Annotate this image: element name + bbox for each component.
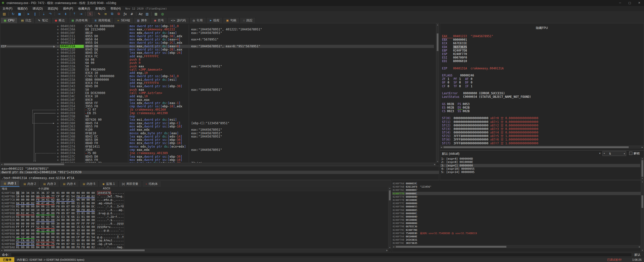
column-separator[interactable]	[128, 24, 128, 163]
stack-vertical-scrollbar[interactable]: ▲▼	[641, 180, 644, 252]
register-row[interactable]: ST(3)00000000000000000000 x87r3 空 0.0000…	[442, 127, 640, 131]
disasm-vertical-scrollbar[interactable]: ▲▼	[436, 23, 439, 163]
dump-row[interactable]: 0240F8882C FA 40 02C0 66 AE 754A 84 8D 1…	[0, 239, 388, 242]
breakpoint-dot[interactable]: ●	[56, 41, 60, 45]
breakpoint-dot[interactable]: ●	[56, 125, 60, 128]
breakpoint-dot[interactable]: ●	[56, 152, 60, 155]
disasm-row[interactable]: ●004013118955 D0mov dword ptr ss:[ebp-30…	[0, 35, 434, 38]
register-row[interactable]: CS0023SS002B	[442, 109, 640, 113]
breakpoint-dot[interactable]: ●	[56, 138, 60, 142]
tab-句柄[interactable]: ▣句柄	[223, 17, 239, 23]
breakpoint-dot[interactable]: ●	[56, 28, 60, 31]
register-row[interactable]: ECX667EECEE	[442, 41, 640, 45]
column-separator[interactable]	[84, 24, 85, 163]
column-separator[interactable]	[189, 24, 189, 163]
run-to-user-code-icon[interactable]: ⇥	[78, 11, 84, 16]
disasm-row[interactable]: ●00401347E8 DC020000call <JMP.&strlen>	[0, 92, 434, 95]
dump-row[interactable]: 0240F85800 00 00 0040 12 40 0000 00 00 0…	[0, 229, 388, 232]
register-row[interactable]: LastStatusC0000034 (STATUS_OBJECT_NAME_N…	[442, 95, 640, 99]
close-button[interactable]: ✕	[634, 0, 644, 6]
pause-icon[interactable]: ∥	[32, 11, 38, 16]
breakpoint-dot[interactable]: ●	[56, 158, 60, 162]
breakpoint-dot[interactable]: ●	[56, 92, 60, 95]
disasm-row[interactable]: ●0040136601D0add eax,edxeax:"10445678951…	[0, 128, 434, 132]
disasm-row[interactable]: ●00401359▾EB 35jmp crakmeeasy.401390	[0, 112, 434, 115]
stack-row[interactable]: 0240F76C00000007	[392, 188, 641, 192]
disasm-row[interactable]: ●0040132A50push eaxeax:"10445678951"	[0, 65, 434, 68]
tab-调用堆栈[interactable]: ≣调用堆栈	[91, 17, 113, 23]
register-row[interactable]	[442, 99, 640, 102]
breakpoint-dot[interactable]: ●	[56, 88, 60, 92]
info-line[interactable]: dword ptr ds:[eax+8]=[0040122A "951"]=31…	[0, 171, 439, 174]
stack-row[interactable]: 0240F79400000000	[392, 222, 641, 225]
tab-笔记[interactable]: ✎笔记	[35, 17, 51, 23]
stack-row[interactable]: 0240F76400000191	[392, 182, 641, 185]
step-into-icon[interactable]: ⇣	[41, 11, 47, 16]
dump-row[interactable]: 0240F7D804 F8 40 02AB 47 AE 75F0 09 07 0…	[0, 202, 388, 205]
info-line[interactable]: eax=00401222 "10445678951"	[0, 167, 439, 171]
disasm-row[interactable]: ●0040132383C4 FCadd esp,FFFFFFFC	[0, 55, 434, 58]
stack-row[interactable]: 0240F7780010008E	[392, 198, 641, 202]
breakpoint-dot[interactable]: ●	[56, 98, 60, 102]
dump-row[interactable]: 0240F81801 00 00 00B4 06 21 0032 E3 7E 6…	[0, 215, 388, 219]
menu-item[interactable]: 视图(V)	[15, 6, 30, 11]
functions-icon[interactable]: ƒx	[122, 11, 129, 16]
dump-row[interactable]: 0240F7F801 00 00 0010 60 00 80F0 09 07 0…	[0, 208, 388, 212]
registers-horizontal-scrollbar[interactable]: ◀▶	[440, 146, 644, 149]
disasm-row[interactable]: ●004013438D45 D0lea eax,dword ptr ss:[eb…	[0, 85, 434, 88]
run-icon[interactable]: ➤	[25, 11, 32, 16]
argument-row[interactable]: 5: [esp+14] 00000005	[440, 170, 640, 174]
info-pane[interactable]: eax=00401222 "10445678951"dword ptr ds:[…	[0, 166, 439, 180]
stack-row[interactable]: 0240F78C0000000D	[392, 215, 641, 218]
breakpoint-dot[interactable]: ●	[56, 48, 60, 51]
dump-horizontal-scrollbar[interactable]: ◀▶	[0, 249, 388, 252]
menu-item[interactable]: 跟踪(N)	[45, 6, 61, 11]
register-row[interactable]: ST(0)00000000000000000000 x87r0 空 0.0000…	[442, 116, 640, 120]
disassembly-panel[interactable]: ●00401303C745 F0 00000000mov dword ptr s…	[0, 23, 439, 166]
tab-脚本[interactable]: ▥脚本	[134, 17, 150, 23]
register-row[interactable]: ST(1)00000000000000000000 x87r1 空 0.0000…	[442, 120, 640, 124]
stack-row[interactable]: 0240F798667EEC36	[392, 225, 641, 228]
register-row[interactable]	[442, 88, 640, 92]
dump-row[interactable]: 0240F7C800 00 00 00F8 34 61 0240 7F 5F 0…	[0, 198, 388, 202]
registers-panel[interactable]: 隐藏FPU EAX00401222"10445678951"EBX0000000…	[440, 23, 644, 150]
menu-item[interactable]: 选项(O)	[93, 6, 108, 11]
tab-跟踪[interactable]: ∴跟踪	[240, 17, 256, 23]
disasm-row[interactable]: ●004013638B55 F0mov edx,dword ptr ss:[eb…	[0, 125, 434, 128]
stack-row[interactable]: 0240F78400000005	[392, 208, 641, 212]
stack-row[interactable]: 0240F7A834343031	[392, 238, 641, 241]
register-row[interactable]: ESP0240F770	[442, 52, 640, 56]
register-row[interactable]	[442, 63, 640, 67]
argument-row[interactable]: 2: [esp+8] 0010008E	[440, 160, 640, 164]
disasm-row[interactable]: ●004013608B45 F4mov eax,dword ptr ss:[eb…	[0, 122, 434, 125]
disasm-row[interactable]: ●0040136B8D42 EClea eax,dword ptr ds:[ed…	[0, 135, 434, 138]
argument-row[interactable]: 4: [esp+10] 00000055	[440, 167, 640, 170]
breakpoint-dot[interactable]: ●	[56, 75, 60, 78]
disasm-row[interactable]: ●004013208D45 DClea eax,dword ptr ss:[eb…	[0, 51, 434, 55]
disasm-row[interactable]: ●004013266A 08push 8	[0, 58, 434, 61]
disasm-row[interactable]: ●004013148B50 04mov edx,dword ptr ds:[ea…	[0, 38, 434, 41]
dump-row[interactable]: 0240F86800 00 00 0000 00 00 0000 00 00 0…	[0, 232, 388, 236]
tab-引用[interactable]: ◎引用	[189, 17, 206, 23]
disasm-row[interactable]: ●004013178955 D4mov dword ptr ss:[ebp-2C…	[0, 41, 434, 45]
disasm-row[interactable]: ●004013286A 00push 0	[0, 61, 434, 65]
disasm-row[interactable]: ●0040133083C4 10add esp,10	[0, 71, 434, 75]
register-row[interactable]: ST(4)00000000000000000000 x87r4 空 0.0000…	[442, 131, 640, 134]
disasm-row[interactable]: ●0040134083C4 F4add esp,FFFFFFF4	[0, 81, 434, 85]
run-to-return-icon[interactable]: ⇡	[71, 11, 78, 16]
breakpoint-dot[interactable]: ●	[56, 68, 60, 71]
command-profile-select[interactable]: 默认	[634, 253, 644, 257]
disasm-row[interactable]: ●0040131A8B40 08mov eax,dword ptr ds:[ea…	[0, 45, 434, 48]
disasm-row[interactable]: ●0040137C8D45 D0lea eax,dword ptr ss:[eb…	[0, 155, 434, 158]
tab-CPU[interactable]: ▦CPU	[1, 17, 18, 23]
breakpoint-dot[interactable]: ●	[56, 51, 60, 55]
dump-row[interactable]: 0240F83800 00 00 0000 00 00 0030 00 00 0…	[0, 222, 388, 226]
breakpoint-dot[interactable]: ●	[56, 145, 60, 148]
command-input[interactable]	[11, 253, 632, 257]
disasm-horizontal-scrollbar[interactable]: ◀▶	[0, 163, 436, 166]
stack-row[interactable]: 0240F79C0240F7B8	[392, 228, 641, 232]
dump-row[interactable]: 0240F7E801 00 00 00B4 06 21 00F0 09 07 0…	[0, 205, 388, 208]
breakpoint-dot[interactable]: ●	[56, 128, 60, 132]
calculator-icon[interactable]: ▦	[153, 11, 159, 16]
tab-线程[interactable]: ➤线程	[206, 17, 223, 23]
